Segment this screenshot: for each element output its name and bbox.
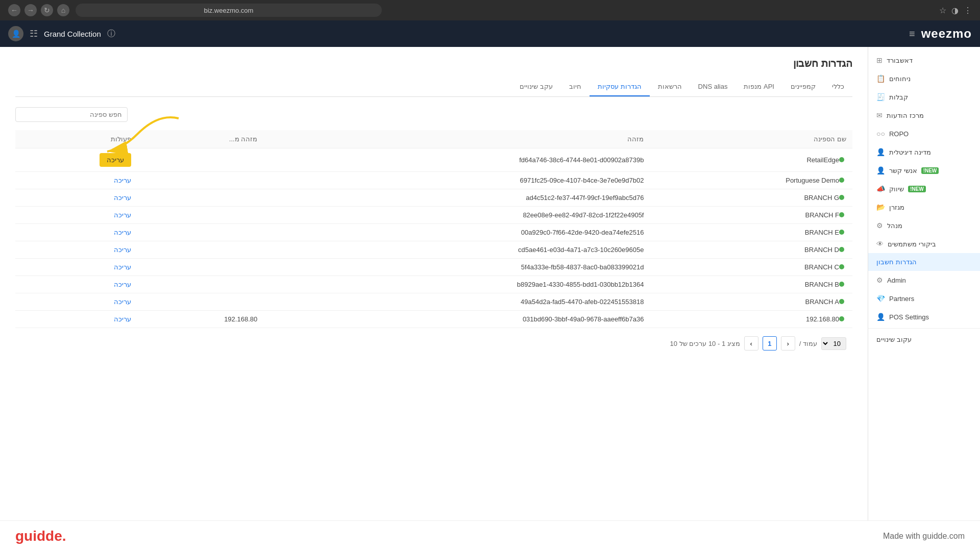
edit-link[interactable]: עריכה: [114, 298, 131, 306]
edit-link[interactable]: עריכה: [114, 315, 131, 323]
status-dot: [839, 247, 844, 252]
edit-link[interactable]: עריכה: [114, 281, 131, 288]
search-input[interactable]: [15, 107, 128, 122]
cell-id1: 6971fc25-09ce-4107-b4ce-3e7e0e9d7b02: [263, 172, 650, 189]
prev-page-button[interactable]: ‹: [781, 336, 795, 350]
table-row: BRANCH Gad4c51c2-fe37-447f-99cf-19ef9abc…: [15, 189, 852, 207]
next-page-button[interactable]: ›: [744, 336, 758, 350]
edit-highlighted-button[interactable]: עריכה: [100, 153, 131, 167]
cell-action: עריכה: [15, 276, 137, 293]
hamburger-icon[interactable]: ≡: [909, 28, 915, 40]
tab-kampaynim[interactable]: קמפיינים: [782, 78, 824, 96]
cell-id1: fd64a746-38c6-4744-8e01-d00902a8739b: [263, 148, 650, 172]
tab-hagdarat-skaot[interactable]: הגדרות עסקיות: [590, 78, 650, 96]
tab-api[interactable]: API מנפות: [736, 78, 782, 96]
edit-link[interactable]: עריכה: [114, 211, 131, 219]
cell-id2: [137, 172, 263, 189]
cell-action: עריכה: [15, 224, 137, 241]
forward-button[interactable]: →: [24, 4, 37, 16]
sidebar-item-merkaz-hodaot[interactable]: מרכז הודעות ✉: [868, 106, 980, 124]
edit-link[interactable]: עריכה: [114, 263, 131, 271]
ropo-icon: ○○: [876, 130, 885, 138]
sidebar-item-kabbalot[interactable]: קבלות 🧾: [868, 88, 980, 106]
sidebar-item-medina-digitlit[interactable]: מדינה דיגיטלית 👤: [868, 143, 980, 161]
star-icon[interactable]: ☆: [939, 6, 946, 15]
cell-id1: 5f4a333e-fb58-4837-8ac0-ba083399021d: [263, 259, 650, 276]
pos-icon: 👤: [876, 313, 885, 321]
sidebar-item-akuv-shinuyim[interactable]: עקוב שינויים: [868, 331, 980, 348]
help-icon[interactable]: ⓘ: [107, 29, 115, 39]
anshei-icon: 👤: [876, 166, 885, 174]
cell-action: עריכה: [15, 311, 137, 328]
main-layout: הגדרות חשבון כללי קמפיינים API מנפות DNS…: [0, 47, 980, 520]
sidebar-item-ropo[interactable]: ROPO ○○: [868, 124, 980, 143]
sidebar-item-nihonim[interactable]: ניחוחים 📋: [868, 69, 980, 88]
status-dot: [839, 282, 844, 287]
avatar[interactable]: 👤: [8, 26, 23, 41]
pagination: 10 25 50 עמוד / ‹ 1 › מציג 1 - 10 ערכים …: [15, 328, 852, 359]
refresh-button[interactable]: ↻: [41, 4, 53, 16]
settings-tabs: כללי קמפיינים API מנפות DNS alias הרשאות…: [15, 78, 852, 97]
home-button[interactable]: ⌂: [57, 4, 69, 16]
grid-icon[interactable]: ☷: [30, 28, 38, 39]
tab-akuv[interactable]: עקב שינויים: [511, 78, 561, 96]
new-badge-shivuk: NEW!: [908, 186, 926, 192]
cell-name: BRANCH A: [650, 293, 852, 311]
admin-label: Admin: [887, 277, 906, 284]
address-bar[interactable]: [76, 4, 382, 17]
edit-link[interactable]: עריכה: [114, 229, 131, 236]
dashboard-label: דאשבורד: [887, 57, 913, 64]
cell-action: עריכה: [15, 172, 137, 189]
menu-icon[interactable]: ⋮: [964, 6, 972, 15]
col-mazha: מזהה: [263, 130, 650, 148]
sidebar-item-dashboard[interactable]: דאשבורד ⊞: [868, 51, 980, 69]
cell-id1: ad4c51c2-fe37-447f-99cf-19ef9abc5d76: [263, 189, 650, 207]
cell-id1: 031bd690-3bbf-49a0-9678-aaeeff6b7a36: [263, 311, 650, 328]
cell-name: BRANCH B: [650, 276, 852, 293]
menahel-icon: ⚙: [876, 221, 883, 230]
bkurey-label: ביקורי משתמשים: [888, 240, 936, 248]
tab-kolel[interactable]: כללי: [824, 78, 852, 96]
akuv-label: עקוב שינויים: [876, 336, 912, 343]
table-row: BRANCH F82ee08e9-ee82-49d7-82cd-1f2f22e4…: [15, 207, 852, 224]
cell-id1: b8929ae1-4330-4855-bdd1-030bb12b1364: [263, 276, 650, 293]
browser-chrome: ← → ↻ ⌂ ☆ ◑ ⋮: [0, 0, 980, 20]
extensions-icon[interactable]: ◑: [951, 6, 959, 15]
pagination-info: מציג 1 - 10 ערכים של 10: [670, 340, 740, 347]
status-dot: [839, 316, 844, 321]
sidebar-item-hagdarat-heshbon[interactable]: הגדרות חשבון: [868, 253, 980, 271]
page-size-label: עמוד /: [799, 340, 817, 347]
settings-panel: הגדרות חשבון כללי קמפיינים API מנפות DNS…: [0, 47, 868, 520]
sidebar-item-anshei-kesher[interactable]: NEW! אנשי קשר 👤: [868, 161, 980, 180]
search-row: [15, 107, 852, 122]
page-1-button[interactable]: 1: [763, 336, 777, 350]
ropo-label: ROPO: [889, 130, 909, 138]
cell-name: RetailEdge: [650, 148, 852, 172]
status-dot: [839, 264, 844, 269]
cell-id2: [137, 276, 263, 293]
cell-id1: 00a929c0-7f66-42de-9420-dea74efe2516: [263, 224, 650, 241]
sidebar-item-partners[interactable]: Partners 💎: [868, 289, 980, 308]
sidebar-item-bkurey[interactable]: ביקורי משתמשים 👁: [868, 235, 980, 253]
sidebar-item-shivuk[interactable]: NEW! שיווק 📣: [868, 180, 980, 198]
medina-label: מדינה דיגיטלית: [889, 148, 931, 156]
sidebar-item-admin[interactable]: Admin ⚙: [868, 271, 980, 289]
status-dot: [839, 212, 844, 217]
edit-link[interactable]: עריכה: [114, 246, 131, 254]
col-shem-hasfina: שם הספינה: [650, 130, 852, 148]
medina-icon: 👤: [876, 148, 885, 156]
edit-link[interactable]: עריכה: [114, 194, 131, 202]
sidebar-item-mazgaren[interactable]: מגזרן 📂: [868, 198, 980, 216]
guidde-logo: guidde.: [15, 528, 66, 544]
cell-id1: 49a54d2a-fad5-4470-afeb-022451553818: [263, 293, 650, 311]
sidebar-item-menahel[interactable]: מנהל ⚙: [868, 216, 980, 235]
sidebar-item-pos-settings[interactable]: POS Settings 👤: [868, 308, 980, 326]
cell-name: BRANCH E: [650, 224, 852, 241]
back-button[interactable]: ←: [8, 4, 20, 16]
tab-dns[interactable]: DNS alias: [690, 78, 736, 96]
edit-link[interactable]: עריכה: [114, 177, 131, 184]
weezmo-logo: weezmo: [921, 27, 972, 41]
page-size-select[interactable]: 10 25 50: [821, 337, 846, 350]
tab-hiyuv[interactable]: חיוב: [561, 78, 590, 96]
tab-harshaat[interactable]: הרשאות: [650, 78, 690, 96]
